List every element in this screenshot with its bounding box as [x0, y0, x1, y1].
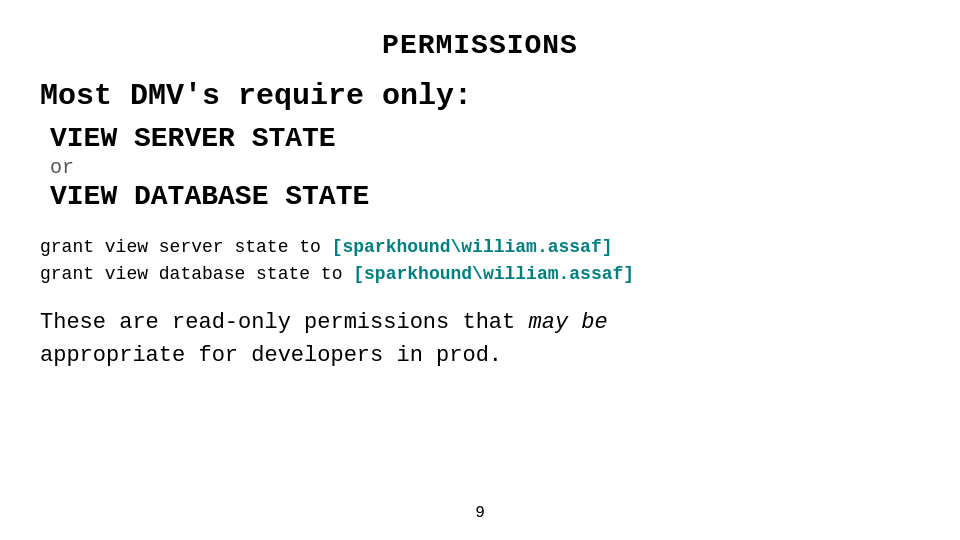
grant-server-login: [sparkhound\william.assaf] [332, 237, 613, 257]
slide: PERMISSIONS Most DMV's require only: VIE… [0, 0, 960, 540]
grant-database-line: grant view database state to [sparkhound… [40, 261, 920, 288]
slide-title: PERMISSIONS [40, 30, 920, 61]
or-label: or [50, 156, 920, 179]
description-line2: appropriate for developers in prod. [40, 343, 502, 368]
view-server-state: VIEW SERVER STATE [50, 123, 920, 154]
description-text: These are read-only permissions that may… [40, 306, 920, 372]
grant-database-login: [sparkhound\william.assaf] [353, 264, 634, 284]
description-italic: may be [528, 310, 607, 335]
grant-server-prefix: grant view server state to [40, 237, 332, 257]
grant-section: grant view server state to [sparkhound\w… [40, 234, 920, 288]
page-number: 9 [475, 504, 485, 522]
grant-database-prefix: grant view database state to [40, 264, 353, 284]
grant-server-line: grant view server state to [sparkhound\w… [40, 234, 920, 261]
view-database-state: VIEW DATABASE STATE [50, 181, 920, 212]
main-heading: Most DMV's require only: [40, 79, 920, 113]
description-start: These are read-only permissions that [40, 310, 528, 335]
